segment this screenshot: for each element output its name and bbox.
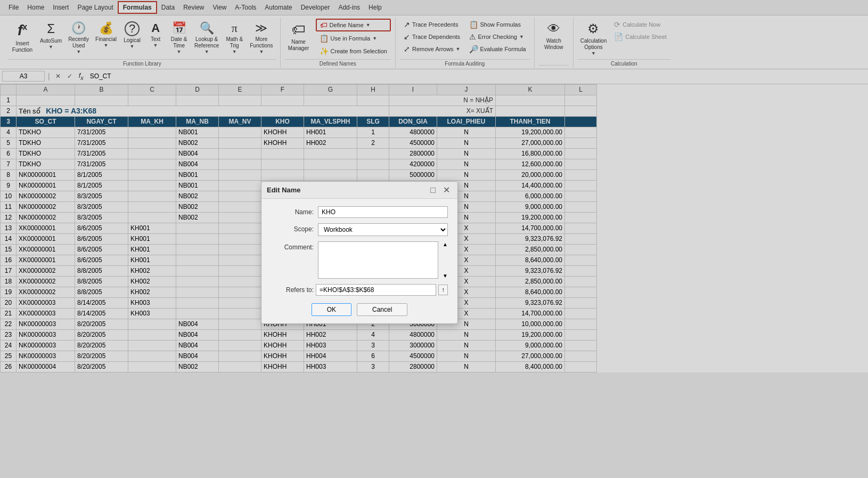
dialog-scope-label: Scope: [271,223,314,233]
dialog-comment-label: Comment: [271,241,314,251]
dialog-minimize-button[interactable]: □ [428,185,438,195]
dialog-scope-row: Scope: Workbook [271,223,448,236]
dialog-name-input[interactable] [318,206,448,218]
dialog-title: Edit Name [267,186,301,194]
dialog-buttons: OK Cancel [271,303,448,316]
dialog-scope-select[interactable]: Workbook [318,223,448,236]
dialog-name-label: Name: [271,206,314,216]
comment-scrollbar: ▲ ▼ [443,241,448,279]
comment-scroll-up[interactable]: ▲ [443,241,448,247]
dialog-refers-input[interactable] [316,284,436,296]
dialog-name-row: Name: [271,206,448,218]
dialog-titlebar-buttons: □ ✕ [428,185,452,195]
dialog-close-button[interactable]: ✕ [441,185,452,195]
dialog-comment-textarea[interactable] [318,241,438,279]
dialog-refers-row: Refers to: ↑ [271,284,448,296]
dialog-overlay: Edit Name □ ✕ Name: Scope: Workbook Comm… [0,0,868,372]
dialog-refers-label: Refers to: [271,286,314,294]
dialog-comment-row: Comment: ▲ ▼ [271,241,448,279]
dialog-cancel-button[interactable]: Cancel [357,303,407,316]
edit-name-dialog: Edit Name □ ✕ Name: Scope: Workbook Comm… [261,181,458,324]
comment-scroll-down[interactable]: ▼ [443,273,448,279]
dialog-body: Name: Scope: Workbook Comment: ▲ ▼ Refer… [261,199,457,323]
dialog-refers-collapse-button[interactable]: ↑ [438,285,448,295]
dialog-ok-button[interactable]: OK [312,303,351,316]
dialog-titlebar: Edit Name □ ✕ [261,182,457,199]
